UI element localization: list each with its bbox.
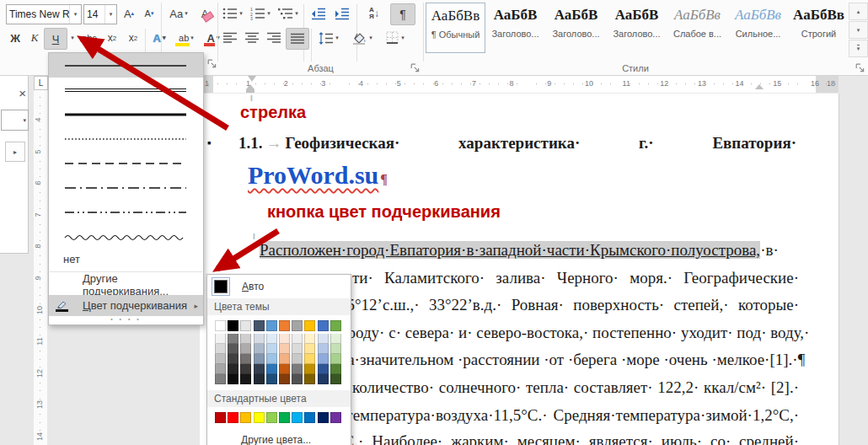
theme-variant-swatch[interactable] bbox=[279, 344, 290, 354]
align-right-button[interactable] bbox=[264, 28, 284, 48]
theme-variant-swatch[interactable] bbox=[266, 344, 277, 354]
theme-variant-swatch[interactable] bbox=[215, 354, 226, 364]
first-line-indent-marker[interactable] bbox=[248, 76, 256, 82]
shading-button[interactable]: ▾ bbox=[346, 28, 377, 48]
body-text-line[interactable]: ·температура·воздуха·11,5°С.· Средняя·те… bbox=[340, 405, 799, 426]
theme-variant-swatch[interactable] bbox=[215, 344, 226, 354]
theme-variant-swatch[interactable] bbox=[304, 364, 315, 374]
theme-variant-swatch[interactable] bbox=[318, 364, 329, 374]
underline-none-option[interactable]: нет bbox=[49, 249, 203, 270]
numbering-button[interactable]: 123 ▾ bbox=[248, 3, 273, 24]
theme-variant-swatch[interactable] bbox=[228, 374, 238, 384]
theme-variant-swatch[interactable] bbox=[279, 364, 290, 374]
style-item-heading1[interactable]: АаБбВ Заголово... bbox=[486, 3, 544, 51]
body-text-line[interactable]: на·значительном ·расстоянии ·от ·берега … bbox=[339, 350, 805, 370]
theme-variant-swatch[interactable] bbox=[279, 374, 290, 384]
theme-variant-swatch[interactable] bbox=[292, 354, 303, 364]
theme-variant-swatch[interactable] bbox=[240, 354, 251, 364]
theme-variant-swatch[interactable] bbox=[215, 364, 226, 374]
font-dialog-launcher-icon[interactable] bbox=[207, 59, 217, 69]
theme-variant-swatch[interactable] bbox=[330, 374, 341, 384]
theme-variant-swatch[interactable] bbox=[330, 364, 341, 374]
theme-variant-swatch[interactable] bbox=[292, 344, 303, 354]
style-item-normal[interactable]: АаБбВв ¶ Обычный bbox=[426, 3, 485, 53]
theme-variant-swatch[interactable] bbox=[318, 334, 329, 344]
bold-button[interactable]: Ж bbox=[6, 28, 24, 48]
standard-color-swatch[interactable] bbox=[279, 412, 290, 423]
underline-style-wavy[interactable] bbox=[49, 224, 203, 249]
theme-variant-swatch[interactable] bbox=[279, 354, 290, 364]
standard-color-swatch[interactable] bbox=[318, 412, 329, 423]
theme-variant-swatch[interactable] bbox=[266, 334, 277, 344]
standard-color-swatch[interactable] bbox=[330, 412, 341, 423]
theme-variant-swatch[interactable] bbox=[215, 334, 226, 344]
standard-color-swatch[interactable] bbox=[266, 412, 277, 423]
theme-variant-swatch[interactable] bbox=[228, 354, 238, 364]
theme-variant-swatch[interactable] bbox=[228, 364, 238, 374]
borders-button[interactable]: ▾ bbox=[380, 28, 410, 48]
theme-variant-swatch[interactable] bbox=[254, 354, 265, 364]
theme-variant-swatch[interactable] bbox=[266, 374, 277, 384]
theme-variant-swatch[interactable] bbox=[254, 334, 265, 344]
body-text-line[interactable]: ороду· с· севера· и· северо-востока,· по… bbox=[340, 323, 799, 343]
theme-variant-swatch[interactable] bbox=[215, 374, 226, 384]
body-text-line[interactable]: 45°12’с.ш.,· 33°22’в.д.· Ровная· поверхн… bbox=[339, 295, 799, 315]
align-left-button[interactable] bbox=[220, 28, 240, 48]
underline-style-thick[interactable] bbox=[49, 102, 203, 126]
styles-more-button[interactable]: ▾ bbox=[849, 40, 868, 57]
theme-variant-swatch[interactable] bbox=[228, 344, 238, 354]
theme-variant-swatch[interactable] bbox=[330, 354, 341, 364]
more-colors-option[interactable]: Другие цвета... bbox=[207, 429, 351, 445]
highlight-color-button[interactable]: ab▾ bbox=[173, 28, 200, 48]
standard-color-swatch[interactable] bbox=[240, 412, 251, 423]
theme-color-swatch[interactable] bbox=[215, 320, 226, 331]
theme-variant-swatch[interactable] bbox=[240, 374, 251, 384]
pane-next-button[interactable]: ▸ bbox=[5, 142, 25, 162]
auto-color-option[interactable]: Авто bbox=[207, 275, 351, 298]
theme-variant-swatch[interactable] bbox=[292, 374, 303, 384]
theme-variant-swatch[interactable] bbox=[292, 364, 303, 374]
styles-dialog-launcher-icon[interactable] bbox=[855, 63, 865, 73]
tab-stop-selector[interactable]: L bbox=[34, 76, 48, 90]
justify-button[interactable] bbox=[286, 28, 309, 50]
theme-variant-swatch[interactable] bbox=[266, 364, 277, 374]
theme-variant-swatch[interactable] bbox=[318, 344, 329, 354]
italic-button[interactable]: К bbox=[26, 28, 43, 48]
theme-variant-swatch[interactable] bbox=[240, 334, 251, 344]
show-marks-button[interactable]: ¶ bbox=[390, 3, 415, 25]
theme-color-swatch[interactable] bbox=[228, 320, 238, 331]
theme-variant-swatch[interactable] bbox=[240, 364, 251, 374]
standard-color-swatch[interactable] bbox=[292, 412, 303, 423]
chevron-down-icon[interactable]: ▾ bbox=[104, 5, 116, 24]
superscript-button[interactable]: х2 bbox=[123, 28, 143, 48]
standard-color-swatch[interactable] bbox=[254, 412, 265, 423]
theme-variant-swatch[interactable] bbox=[330, 344, 341, 354]
left-indent-marker[interactable] bbox=[246, 89, 255, 93]
theme-variant-swatch[interactable] bbox=[318, 354, 329, 364]
underline-style-dash-dot-dot[interactable] bbox=[49, 200, 203, 224]
shrink-font-button[interactable]: А▾ bbox=[140, 3, 158, 24]
body-text-line[interactable]: количество· солнечного· тепла· составляе… bbox=[352, 378, 799, 398]
style-item-heading3[interactable]: АаБбВ Заголово... bbox=[608, 3, 666, 51]
theme-variant-swatch[interactable] bbox=[279, 334, 290, 344]
paragraph-dialog-launcher-icon[interactable] bbox=[410, 63, 421, 73]
more-underlines-option[interactable]: Другие подчеркивания... bbox=[49, 274, 203, 295]
text-effects-button[interactable]: А▾ bbox=[148, 28, 170, 48]
theme-variant-swatch[interactable] bbox=[240, 344, 251, 354]
theme-color-swatch[interactable] bbox=[266, 320, 277, 331]
underline-color-option[interactable]: Цвет подчеркивания ▸ bbox=[49, 295, 203, 316]
theme-variant-swatch[interactable] bbox=[304, 344, 315, 354]
sort-button[interactable]: А Я ↓ bbox=[362, 3, 387, 24]
underline-dropdown-button[interactable]: ▾ bbox=[67, 28, 77, 48]
standard-color-swatch[interactable] bbox=[228, 412, 238, 423]
theme-color-swatch[interactable] bbox=[240, 320, 251, 331]
change-case-button[interactable]: Aa▾ bbox=[164, 3, 193, 24]
close-icon[interactable]: × bbox=[19, 86, 26, 100]
font-name-combo[interactable]: Times New R ▾ bbox=[6, 4, 82, 24]
underline-style-double[interactable] bbox=[49, 78, 203, 102]
style-item-intense-emphasis[interactable]: АаБбВв Сильное... bbox=[729, 3, 787, 51]
standard-color-swatch[interactable] bbox=[215, 412, 226, 423]
bullets-button[interactable]: ▾ bbox=[220, 3, 245, 24]
underline-style-single[interactable] bbox=[49, 53, 203, 78]
clear-formatting-button[interactable]: А bbox=[196, 3, 214, 24]
